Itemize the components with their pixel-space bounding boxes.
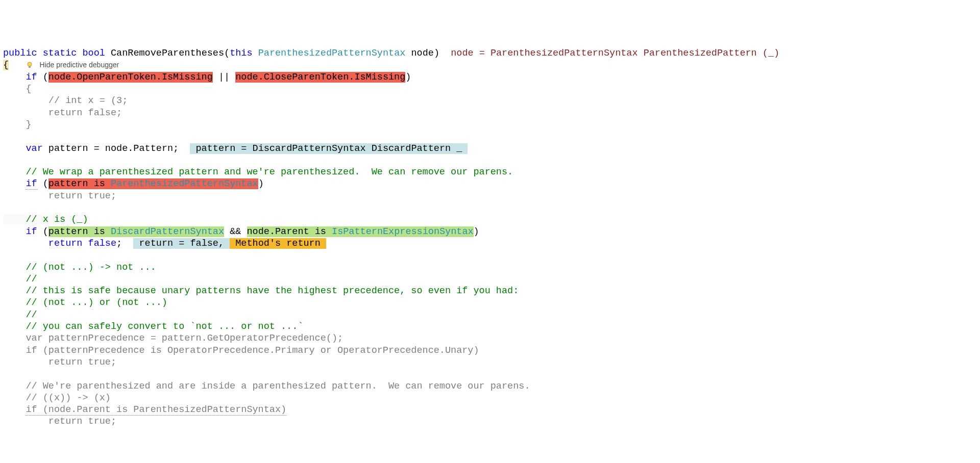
code-line-current: // x is (_) xyxy=(3,214,88,225)
code-stmt: return true; xyxy=(26,416,116,427)
keyword-return: return xyxy=(48,238,83,249)
code-line: if (pattern is DiscardPatternSyntax && n… xyxy=(3,226,479,237)
keyword-static: static xyxy=(43,48,77,59)
code-line: if (node.Parent is ParenthesizedPatternS… xyxy=(3,404,286,416)
keyword-false: false xyxy=(88,238,117,249)
code-line: // xyxy=(3,274,37,285)
keyword-return: return xyxy=(48,108,83,118)
code-line: return true; xyxy=(3,357,116,368)
code-line: var patternPrecedence = pattern.GetOpera… xyxy=(3,333,343,344)
code-line: { Hide predictive debugger xyxy=(3,60,119,70)
comment: // We wrap a parenthesized pattern and w… xyxy=(26,167,513,177)
comment: // this is safe because unary patterns h… xyxy=(26,286,519,296)
param-name: node xyxy=(411,48,433,59)
svg-point-0 xyxy=(28,62,32,66)
comment: // (not ...) or (not ...) xyxy=(26,297,167,308)
code-line: return false; return = false, Method's r… xyxy=(3,238,326,249)
comment: // you can safely convert to `not ... or… xyxy=(26,321,303,332)
debug-annotation: pattern = DiscardPatternSyntax DiscardPa… xyxy=(190,143,468,154)
keyword-if: if xyxy=(26,72,37,83)
code-line: var pattern = node.Pattern; pattern = Di… xyxy=(3,143,468,154)
and-operator: && xyxy=(230,226,241,237)
code-line: // We wrap a parenthesized pattern and w… xyxy=(3,167,513,177)
close-brace: } xyxy=(26,119,31,130)
code-line: return true; xyxy=(3,416,116,427)
keyword-if: if xyxy=(26,226,37,237)
code-stmt: if (patternPrecedence is OperatorPrecede… xyxy=(26,345,479,356)
code-stmt: if (node.Parent is ParenthesizedPatternS… xyxy=(26,404,286,416)
code-editor[interactable]: public static bool CanRemoveParentheses(… xyxy=(3,47,980,428)
code-line: // ((x)) -> (x) xyxy=(3,393,111,403)
comment: // We're parenthesized and are inside a … xyxy=(26,381,530,392)
highlighted-type: DiscardPatternSyntax xyxy=(111,226,224,237)
keyword-false: false xyxy=(88,108,117,118)
comment: // int x = (3; xyxy=(48,95,128,106)
highlighted-expr: pattern is xyxy=(48,226,111,237)
var-decl: pattern = node.Pattern; xyxy=(48,143,179,154)
comment: // ((x)) -> (x) xyxy=(26,393,111,403)
method-name: CanRemoveParentheses xyxy=(111,48,224,59)
code-stmt: return true; xyxy=(26,357,116,368)
code-line: { xyxy=(3,84,32,94)
keyword-var: var xyxy=(26,143,42,154)
comment: // xyxy=(26,274,37,285)
code-stmt: var patternPrecedence = pattern.GetOpera… xyxy=(26,333,343,344)
highlighted-expr: pattern is xyxy=(48,178,111,189)
code-line: // int x = (3; xyxy=(3,95,128,106)
code-line: } xyxy=(3,119,32,130)
debug-return-annotation: Method's return xyxy=(230,238,326,249)
highlighted-type: ParenthesizedPatternSyntax xyxy=(111,178,258,189)
code-line: public static bool CanRemoveParentheses(… xyxy=(3,48,779,59)
highlighted-condition: node.CloseParenToken.IsMissing xyxy=(235,72,405,83)
svg-rect-1 xyxy=(29,66,31,68)
code-line: if (pattern is ParenthesizedPatternSynta… xyxy=(3,178,264,190)
hide-debugger-link[interactable]: Hide predictive debugger xyxy=(40,61,119,69)
lightbulb-icon[interactable] xyxy=(26,60,34,70)
comment: // (not ...) -> not ... xyxy=(26,262,156,273)
param-type: ParenthesizedPatternSyntax xyxy=(258,48,406,59)
code-line: // xyxy=(3,310,37,320)
code-line: // this is safe because unary patterns h… xyxy=(3,286,519,296)
debug-annotation: return = false, xyxy=(133,238,230,249)
highlighted-expr: node.Parent is xyxy=(247,226,332,237)
return-stmt: return true; xyxy=(48,191,116,201)
code-line: // We're parenthesized and are inside a … xyxy=(3,381,530,392)
code-line: // (not ...) or (not ...) xyxy=(3,297,167,308)
code-line: // (not ...) -> not ... xyxy=(3,262,156,273)
keyword-public: public xyxy=(3,48,37,59)
code-line: return false; xyxy=(3,108,122,118)
keyword-bool: bool xyxy=(82,48,105,59)
comment: // xyxy=(26,310,37,320)
semicolon: ; xyxy=(116,238,122,249)
highlighted-type: IsPatternExpressionSyntax xyxy=(332,226,474,237)
highlighted-condition: node.OpenParenToken.IsMissing xyxy=(48,72,213,83)
debug-annotation: node = ParenthesizedPatternSyntax Parent… xyxy=(451,48,779,59)
open-brace: { xyxy=(3,60,9,70)
code-line: if (node.OpenParenToken.IsMissing || nod… xyxy=(3,72,411,83)
comment: // x is (_) xyxy=(26,214,88,225)
keyword-this: this xyxy=(230,48,252,59)
open-brace: { xyxy=(26,84,31,94)
or-operator: || xyxy=(218,72,230,83)
code-line: return true; xyxy=(3,191,116,201)
code-line: // you can safely convert to `not ... or… xyxy=(3,321,303,332)
code-line: if (patternPrecedence is OperatorPrecede… xyxy=(3,345,479,356)
keyword-if: if xyxy=(26,178,37,190)
